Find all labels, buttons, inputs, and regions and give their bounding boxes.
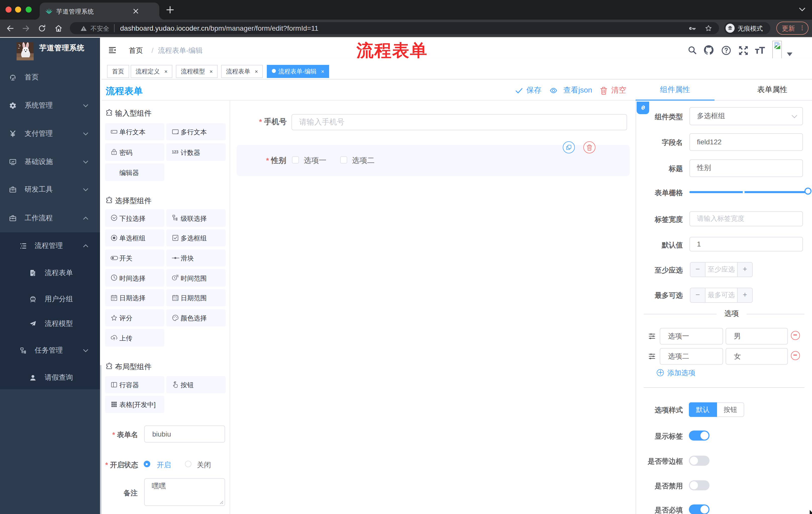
svg-text:123: 123 — [172, 150, 178, 154]
svg-text:1-31: 1-31 — [173, 297, 178, 300]
